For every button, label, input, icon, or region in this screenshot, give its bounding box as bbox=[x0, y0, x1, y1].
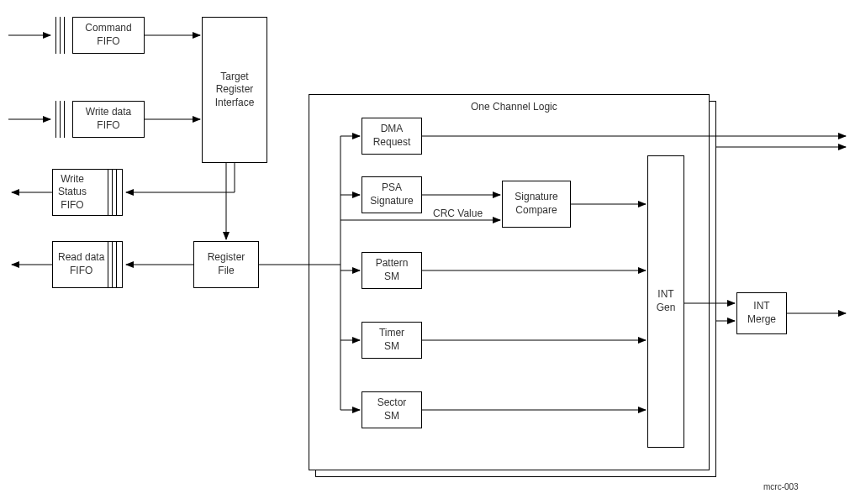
psa-signature-block: PSASignature bbox=[362, 176, 422, 213]
write-data-fifo-block: Write dataFIFO bbox=[72, 101, 145, 138]
timer-sm-block: TimerSM bbox=[362, 322, 422, 359]
int-gen-label: INTGen bbox=[657, 288, 676, 314]
sector-sm-label: SectorSM bbox=[377, 396, 407, 423]
signature-compare-block: SignatureCompare bbox=[502, 181, 571, 228]
signature-compare-label: SignatureCompare bbox=[515, 191, 557, 217]
register-file-block: RegisterFile bbox=[193, 241, 259, 288]
command-fifo-label: CommandFIFO bbox=[85, 22, 131, 48]
pattern-sm-block: PatternSM bbox=[362, 252, 422, 289]
pattern-sm-label: PatternSM bbox=[376, 257, 409, 283]
target-register-interface-block: TargetRegisterInterface bbox=[202, 17, 267, 163]
write-status-fifo-label: WriteStatusFIFO bbox=[58, 173, 87, 213]
psa-signature-label: PSASignature bbox=[370, 181, 413, 207]
dma-request-block: DMARequest bbox=[362, 118, 422, 155]
timer-sm-label: TimerSM bbox=[379, 327, 404, 353]
write-data-fifo-label: Write dataFIFO bbox=[86, 106, 131, 132]
register-file-label: RegisterFile bbox=[208, 251, 245, 277]
read-data-fifo-lines-icon bbox=[108, 241, 117, 288]
dma-request-label: DMARequest bbox=[373, 123, 411, 149]
sector-sm-block: SectorSM bbox=[362, 391, 422, 428]
int-merge-label: INTMerge bbox=[747, 300, 776, 326]
target-register-interface-label: TargetRegisterInterface bbox=[215, 71, 255, 110]
int-gen-block: INTGen bbox=[647, 155, 684, 448]
write-status-fifo-lines-icon bbox=[108, 169, 117, 216]
command-fifo-block: CommandFIFO bbox=[72, 17, 145, 54]
command-fifo-lines-icon bbox=[55, 17, 65, 54]
channel-title-label: One Channel Logic bbox=[471, 101, 557, 113]
crc-value-label: CRC Value bbox=[433, 207, 483, 219]
int-merge-block: INTMerge bbox=[736, 292, 787, 334]
image-id-label: mcrc-003 bbox=[763, 482, 799, 491]
write-data-fifo-lines-icon bbox=[55, 101, 65, 138]
read-data-fifo-label: Read dataFIFO bbox=[58, 251, 104, 277]
